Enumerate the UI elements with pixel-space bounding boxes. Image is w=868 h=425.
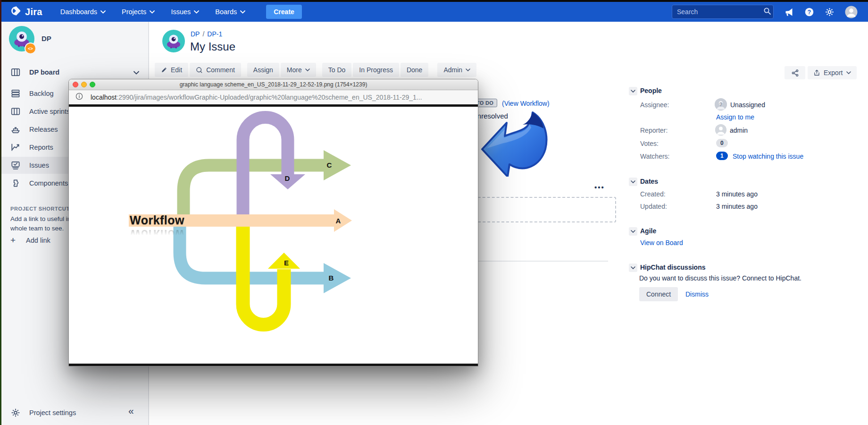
page-url[interactable]: localhost:2990/jira/images/workflowGraph…	[91, 94, 422, 101]
workflow-caption: Workflow	[130, 213, 184, 227]
hipchat-connect-button[interactable]: Connect	[639, 287, 678, 301]
breadcrumb-issue-link[interactable]: DP-1	[207, 30, 222, 38]
blue-curved-arrow-image	[477, 106, 549, 178]
chevron-down-icon[interactable]	[134, 68, 139, 76]
arrow-label-e: E	[284, 259, 289, 267]
more-button[interactable]: More	[281, 63, 316, 77]
help-icon[interactable]: ?	[804, 7, 814, 17]
arrow-label-a: A	[336, 217, 341, 225]
reporter-label: Reporter:	[640, 127, 668, 134]
window-title: graphic language scheme_en_US_2018-11-29…	[180, 81, 367, 88]
top-navbar: Jira Dashboards Projects Issues Boards C…	[0, 2, 868, 22]
agile-section-header[interactable]: Agile	[640, 227, 656, 235]
arrow-c-shaft	[184, 165, 324, 216]
board-name: DP board	[29, 68, 59, 76]
export-button[interactable]: Export	[808, 66, 857, 79]
collapse-agile-icon[interactable]	[629, 227, 637, 236]
create-button[interactable]: Create	[266, 5, 302, 19]
reporter-value: admin	[730, 127, 748, 134]
edit-button[interactable]: Edit	[155, 63, 188, 77]
reports-chart-icon	[10, 142, 21, 153]
collapse-people-icon[interactable]	[629, 87, 637, 95]
chevron-down-icon	[466, 68, 470, 71]
transition-todo-button[interactable]: To Do	[322, 63, 352, 77]
desktop-edge-left	[0, 0, 1, 425]
created-label: Created:	[640, 190, 666, 198]
window-zoom-button[interactable]	[90, 82, 95, 87]
admin-button[interactable]: Admin	[437, 63, 476, 77]
project-type-code-badge: <>	[25, 42, 36, 54]
project-shortcuts-header: PROJECT SHORTCUTS	[10, 206, 74, 212]
hipchat-prompt: Do you want to discuss this issue? Conne…	[639, 274, 801, 282]
assignee-value: Unassigned	[730, 101, 765, 109]
image-viewer-window[interactable]: graphic language scheme_en_US_2018-11-29…	[68, 79, 478, 366]
collapse-hipchat-icon[interactable]	[629, 264, 637, 272]
arrow-label-c: C	[327, 161, 332, 169]
people-section-header[interactable]: People	[640, 87, 662, 94]
add-link-button[interactable]: + Add link	[10, 235, 50, 246]
hipchat-dismiss-link[interactable]: Dismiss	[685, 290, 709, 298]
dates-section-header[interactable]: Dates	[640, 178, 658, 185]
hipchat-section-header[interactable]: HipChat discussions	[640, 264, 705, 271]
breadcrumb-project-link[interactable]: DP	[191, 30, 200, 38]
stop-watching-link[interactable]: Stop watching this issue	[733, 153, 803, 160]
announcement-icon[interactable]	[784, 7, 794, 17]
issue-project-avatar	[162, 30, 185, 52]
share-icon	[791, 69, 799, 77]
active-sprints-icon	[10, 106, 21, 117]
transition-in-progress-button[interactable]: In Progress	[353, 63, 399, 77]
jira-logo[interactable]: Jira	[10, 5, 42, 18]
nav-boards[interactable]: Boards	[215, 8, 245, 16]
issues-icon	[10, 160, 21, 170]
chevron-down-icon	[194, 10, 199, 14]
arrow-b-head	[324, 263, 351, 293]
global-search[interactable]	[672, 5, 774, 19]
pencil-icon	[161, 67, 167, 73]
updated-label: Updated:	[640, 203, 667, 210]
plus-icon: +	[10, 235, 16, 246]
arrow-label-d: D	[285, 174, 290, 182]
votes-label: Votes:	[640, 140, 659, 147]
chevron-down-icon	[305, 68, 310, 71]
updated-value: 3 minutes ago	[716, 203, 758, 210]
chevron-down-icon	[100, 10, 106, 14]
transition-done-button[interactable]: Done	[401, 63, 428, 77]
view-on-board-link[interactable]: View on Board	[640, 239, 683, 246]
nav-projects[interactable]: Projects	[122, 8, 155, 16]
watchers-badge[interactable]: 1	[716, 152, 728, 160]
watchers-label: Watchers:	[640, 153, 670, 160]
export-icon	[813, 69, 820, 76]
svg-text:?: ?	[719, 102, 723, 107]
issue-title: My Issue	[190, 40, 235, 53]
info-icon[interactable]	[75, 93, 83, 102]
window-minimize-button[interactable]	[81, 82, 87, 87]
issue-toolbar: Edit Comment Assign More To Do In Progre…	[155, 63, 478, 77]
created-value: 3 minutes ago	[716, 190, 758, 198]
backlog-icon	[10, 88, 21, 99]
collapse-sidebar-icon[interactable]: «	[128, 405, 134, 416]
assignee-label: Assignee:	[640, 101, 669, 109]
project-settings-button[interactable]: Project settings	[0, 403, 148, 422]
assign-to-me-link[interactable]: Assign to me	[716, 113, 754, 121]
gear-icon[interactable]	[825, 7, 835, 17]
chevron-down-icon	[846, 71, 851, 74]
share-button[interactable]	[785, 66, 805, 79]
more-actions-ellipsis[interactable]: •••	[594, 183, 605, 191]
arrow-b-shaft	[180, 227, 324, 278]
jira-logo-text: Jira	[25, 7, 42, 17]
jira-issue-screen: Jira Dashboards Projects Issues Boards C…	[0, 0, 868, 425]
window-close-button[interactable]	[73, 82, 78, 87]
assign-button[interactable]: Assign	[247, 63, 279, 77]
nav-dashboards[interactable]: Dashboards	[60, 8, 106, 16]
reporter-avatar	[715, 124, 726, 136]
nav-issues[interactable]: Issues	[171, 8, 199, 16]
components-puzzle-icon	[10, 178, 21, 188]
collapse-dates-icon[interactable]	[629, 178, 637, 186]
search-input[interactable]	[676, 8, 763, 16]
window-titlebar[interactable]: graphic language scheme_en_US_2018-11-29…	[69, 79, 478, 90]
browser-url-bar[interactable]: localhost:2990/jira/images/workflowGraph…	[69, 90, 478, 105]
user-avatar[interactable]	[845, 6, 858, 18]
chevron-down-icon	[150, 10, 155, 14]
comment-button[interactable]: Comment	[190, 63, 241, 77]
releases-ship-icon	[10, 124, 21, 135]
